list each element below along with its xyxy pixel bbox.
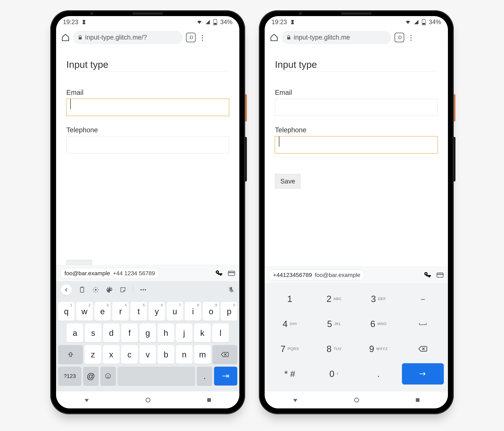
nav-home-icon[interactable] [353,397,360,403]
key-s[interactable]: s [85,324,101,342]
numkey-main: 4 [283,319,288,329]
numpad-row-1: 12ABC3DEF– [269,288,444,309]
key-hint: 4 [125,303,127,307]
volume-button[interactable] [245,137,247,181]
spacebar-key[interactable] [118,367,195,385]
overflow-menu-icon[interactable]: ⋮ [199,34,206,41]
numkey-backspace[interactable] [402,338,444,359]
more-dots-icon[interactable]: ••• [140,287,147,293]
chevron-left-icon [64,287,69,292]
numkey-[interactable]: . [358,363,400,384]
key-c[interactable]: c [121,345,138,364]
sticker-icon[interactable] [120,287,126,293]
telephone-field[interactable] [66,136,229,153]
key-o[interactable]: o9 [203,302,219,321]
symbols-key[interactable]: ?123 [58,367,81,385]
nav-recents-icon[interactable] [206,397,212,403]
lock-icon [78,35,83,40]
card-icon[interactable] [436,271,444,279]
numkey-[interactable]: * # [269,363,311,384]
nav-recents-icon[interactable] [415,397,420,403]
backspace-key[interactable] [213,345,237,364]
nav-back-icon[interactable] [84,397,90,403]
emoji-key[interactable] [100,367,116,385]
numkey-dash[interactable]: – [402,288,444,309]
tab-count-button[interactable]: :D [186,33,196,42]
palette-icon[interactable] [106,286,113,293]
nav-home-icon[interactable] [145,397,151,403]
address-bar[interactable]: input-type.glitch.me/? [73,31,183,44]
browser-toolbar: input-type.glitch.me/? :D ⋮ [56,28,239,47]
svg-rect-11 [207,398,211,402]
gear-icon[interactable] [92,286,99,293]
clipboard-icon[interactable] [79,286,85,293]
power-button[interactable] [245,94,247,122]
nav-back-icon[interactable] [292,397,298,403]
key-y[interactable]: y6 [149,302,165,321]
key-icon[interactable] [215,269,223,277]
key-b[interactable]: b [158,345,174,364]
numkey-4[interactable]: 4GHI [269,313,311,335]
home-icon[interactable] [61,33,70,42]
key-z[interactable]: z [85,345,101,364]
key-g[interactable]: g [140,324,156,342]
status-time: 19:23 [271,19,287,26]
shift-key[interactable] [58,345,83,364]
next-key[interactable] [214,367,237,385]
overflow-menu-icon[interactable]: ⋮ [408,34,414,41]
key-k[interactable]: k [194,324,210,342]
period-key[interactable]: . [197,367,212,385]
key-n[interactable]: n [176,345,192,364]
key-t[interactable]: t5 [130,302,147,321]
autofill-suggestion-chip[interactable]: foo@bar.example +44 1234 56789 [60,268,159,279]
home-icon[interactable] [270,33,278,42]
key-a[interactable]: a [67,324,83,342]
save-button-partial[interactable] [66,260,92,265]
numkey-6[interactable]: 6MNO [358,313,400,335]
key-h[interactable]: h [158,324,174,342]
numkey-8[interactable]: 8TUV [313,338,355,359]
key-l[interactable]: l [212,324,229,342]
key-e[interactable]: e3 [94,302,111,321]
address-bar[interactable]: input-type.glitch.me [282,31,391,44]
key-i[interactable]: i8 [185,302,201,321]
power-button[interactable] [454,94,455,122]
key-icon[interactable] [424,271,432,279]
key-m[interactable]: m [194,345,211,364]
key-d[interactable]: d [103,324,119,342]
key-hint: 1 [71,303,72,307]
key-x[interactable]: x [103,345,119,364]
autofill-suggestion-chip[interactable]: +44123456789 foo@bar.example [269,270,365,281]
key-j[interactable]: j [176,324,192,342]
key-r[interactable]: r4 [112,302,129,321]
key-w[interactable]: w2 [76,302,93,321]
card-icon[interactable] [228,270,235,277]
key-q[interactable]: q1 [58,302,74,321]
email-field[interactable] [275,99,438,116]
tab-count-button[interactable]: :D [395,33,404,42]
numkey-next[interactable] [402,363,444,384]
numkey-main: 7 [280,344,286,354]
volume-button[interactable] [454,137,455,181]
numkey-1[interactable]: 1 [269,288,311,309]
key-p[interactable]: p0 [221,302,237,321]
telephone-field[interactable] [275,136,438,153]
key-f[interactable]: f [121,324,138,342]
numkey-7[interactable]: 7PQRS [269,338,311,359]
keyboard-back-button[interactable] [61,284,72,295]
numkey-0[interactable]: 0+ [313,363,355,384]
numkey-sub: TUV [333,347,342,351]
numkey-3[interactable]: 3DEF [358,288,400,309]
key-u[interactable]: u7 [167,302,183,321]
save-button[interactable]: Save [275,174,301,189]
email-field[interactable] [66,99,229,116]
key-v[interactable]: v [140,345,156,364]
numkey-space[interactable] [402,313,444,335]
next-arrow-icon [222,374,229,379]
autofill-strip: +44123456789 foo@bar.example [265,267,448,283]
mic-off-icon[interactable] [228,286,234,293]
numkey-5[interactable]: 5JKL [313,313,355,335]
numkey-9[interactable]: 9WXYZ [358,338,400,359]
at-key[interactable]: @ [83,367,99,385]
numkey-2[interactable]: 2ABC [313,288,355,309]
